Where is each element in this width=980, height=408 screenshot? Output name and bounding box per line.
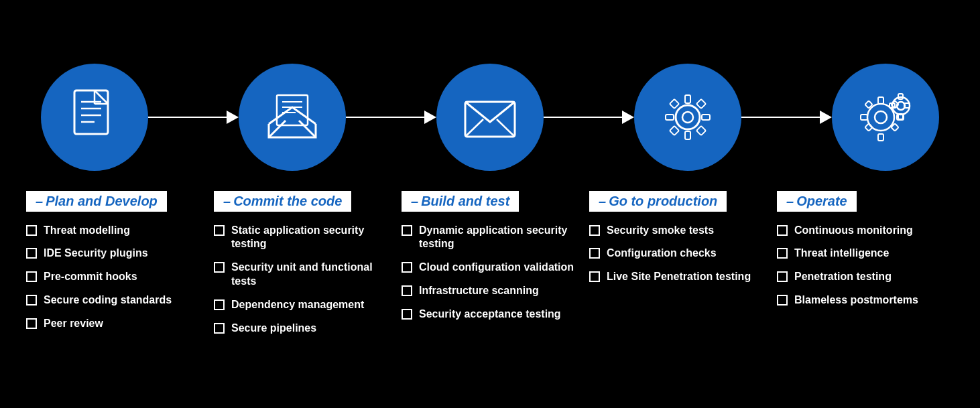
arrow-1 xyxy=(148,111,239,124)
list-commit: Static application security testing Secu… xyxy=(214,224,391,336)
title-commit: Commit the code xyxy=(214,191,351,212)
svg-rect-29 xyxy=(861,115,867,120)
title-plan: Plan and Develop xyxy=(26,191,167,212)
list-item: Threat intelligence xyxy=(777,247,954,261)
arrow-3 xyxy=(544,111,634,124)
svg-rect-19 xyxy=(666,115,674,120)
svg-rect-17 xyxy=(685,95,690,103)
svg-rect-0 xyxy=(74,90,108,134)
list-item: Security unit and functional tests xyxy=(214,261,391,289)
checkbox[interactable] xyxy=(402,309,412,320)
svg-rect-27 xyxy=(878,97,883,104)
checkbox[interactable] xyxy=(777,248,788,259)
svg-rect-24 xyxy=(696,126,706,135)
checkbox[interactable] xyxy=(777,295,788,305)
arrow-2 xyxy=(346,111,436,124)
checkbox[interactable] xyxy=(26,318,37,329)
svg-rect-23 xyxy=(670,126,679,135)
title-production: Go to production xyxy=(589,191,727,212)
checkbox[interactable] xyxy=(26,295,37,305)
checkbox[interactable] xyxy=(589,271,600,282)
list-item: Dependency management xyxy=(214,298,391,312)
svg-rect-8 xyxy=(277,95,308,125)
list-item: Static application security testing xyxy=(214,224,391,252)
list-item: Security acceptance testing xyxy=(402,308,578,322)
list-item: IDE Security plugins xyxy=(26,247,203,261)
list-item: Continuous monitoring xyxy=(777,224,954,238)
svg-point-16 xyxy=(682,112,693,123)
icon-production xyxy=(634,64,741,171)
checkbox[interactable] xyxy=(402,225,412,236)
svg-rect-22 xyxy=(696,99,706,109)
list-build: Dynamic application security testing Clo… xyxy=(402,224,578,322)
svg-line-13 xyxy=(465,119,483,137)
list-item: Dynamic application security testing xyxy=(402,224,578,252)
svg-rect-20 xyxy=(702,115,710,120)
list-item: Pre-commit hooks xyxy=(26,270,203,284)
column-operate: Operate Continuous monitoring Threat int… xyxy=(772,191,959,317)
checkbox[interactable] xyxy=(26,248,37,259)
svg-rect-33 xyxy=(865,123,872,131)
checkbox[interactable] xyxy=(214,299,225,310)
list-item: Cloud configuration validation xyxy=(402,261,578,275)
checkbox[interactable] xyxy=(214,225,225,236)
list-item: Secure pipelines xyxy=(214,322,391,336)
list-production: Security smoke tests Configuration check… xyxy=(589,224,766,284)
list-item: Peer review xyxy=(26,317,203,331)
checkbox[interactable] xyxy=(214,262,225,273)
list-plan: Threat modelling IDE Security plugins Pr… xyxy=(26,224,203,331)
svg-rect-28 xyxy=(878,134,883,141)
checkbox[interactable] xyxy=(777,271,788,282)
checkbox[interactable] xyxy=(26,225,37,236)
title-operate: Operate xyxy=(777,191,857,212)
svg-rect-21 xyxy=(670,99,679,109)
icon-operate xyxy=(832,64,939,171)
content-row: Plan and Develop Threat modelling IDE Se… xyxy=(21,191,959,345)
list-item: Threat modelling xyxy=(26,224,203,238)
list-item: Secure coding standards xyxy=(26,293,203,308)
svg-point-26 xyxy=(875,111,887,123)
list-item: Infrastructure scanning xyxy=(402,284,578,298)
checkbox[interactable] xyxy=(402,285,412,296)
checkbox[interactable] xyxy=(214,323,225,334)
svg-rect-18 xyxy=(685,131,690,139)
svg-line-14 xyxy=(497,119,515,137)
icon-plan xyxy=(41,64,148,171)
checkbox[interactable] xyxy=(26,271,37,282)
checkbox[interactable] xyxy=(589,225,600,236)
column-production: Go to production Security smoke tests Co… xyxy=(584,191,772,293)
list-item: Penetration testing xyxy=(777,270,954,284)
list-item: Configuration checks xyxy=(589,247,766,261)
list-item: Blameless postmortems xyxy=(777,293,954,308)
svg-point-15 xyxy=(676,105,700,129)
main-container: Plan and Develop Threat modelling IDE Se… xyxy=(14,50,966,358)
icon-commit xyxy=(239,64,346,171)
column-build: Build and test Dynamic application secur… xyxy=(396,191,584,331)
column-commit: Commit the code Static application secur… xyxy=(208,191,396,345)
list-item: Security smoke tests xyxy=(589,224,766,238)
checkbox[interactable] xyxy=(589,248,600,259)
title-build: Build and test xyxy=(402,191,519,212)
list-item: Live Site Penetration testing xyxy=(589,270,766,284)
column-plan: Plan and Develop Threat modelling IDE Se… xyxy=(21,191,208,340)
icon-build xyxy=(436,64,544,171)
checkbox[interactable] xyxy=(777,225,788,236)
icons-row xyxy=(21,64,959,171)
list-operate: Continuous monitoring Threat intelligenc… xyxy=(777,224,954,308)
checkbox[interactable] xyxy=(402,262,412,273)
arrow-4 xyxy=(741,111,832,124)
